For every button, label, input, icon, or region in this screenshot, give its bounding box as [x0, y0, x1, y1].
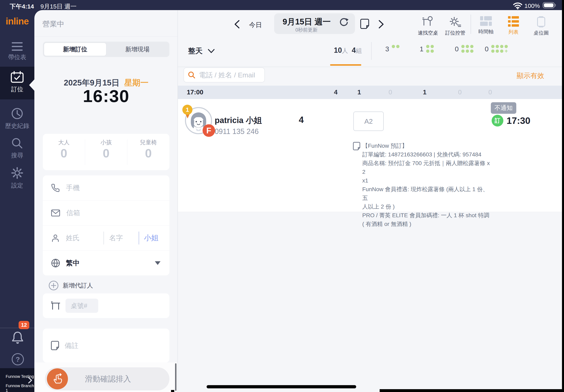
- table-number-field[interactable]: [66, 299, 98, 313]
- screen-edge-right: [562, 0, 564, 392]
- note-icon: [51, 341, 59, 350]
- slide-confirm-label: 滑動確認排入: [85, 367, 131, 390]
- language-value: 繁中: [66, 258, 80, 268]
- note-line: 訂單編號: 14872163266603 | 兌換代碼: 957484: [362, 150, 494, 159]
- note-input[interactable]: [64, 341, 150, 350]
- reservation-note: 【FunNow 預訂】 訂單編號: 14872163266603 | 兌換代碼:…: [362, 141, 494, 228]
- lastname-input[interactable]: [66, 234, 99, 242]
- view-label: 訂位控管: [442, 29, 468, 36]
- help-glyph: ?: [16, 355, 20, 363]
- prev-day-button[interactable]: [234, 20, 240, 29]
- time-range-label: 整天: [188, 46, 203, 56]
- notification-bell-icon[interactable]: [11, 331, 24, 344]
- business-status: 營業中: [42, 19, 64, 29]
- sidebar-label: 帶位表: [0, 53, 34, 61]
- highchair-counter[interactable]: 兒童椅 0: [127, 139, 169, 160]
- table-icon: [51, 301, 60, 310]
- phone-input[interactable]: [66, 184, 155, 192]
- show-valid-toggle[interactable]: 顯示有效: [517, 71, 544, 81]
- timeline-view-button[interactable]: 時間軸: [473, 16, 499, 35]
- sidebar-label: 歷史紀錄: [0, 122, 34, 130]
- seat-dots: [392, 45, 399, 48]
- sidebar-item-search[interactable]: 搜尋: [0, 134, 34, 160]
- list-view-icon: [508, 16, 519, 27]
- gear-icon: [11, 167, 23, 179]
- app-screen: 下午4:14 9月15日 週一 100% inline 帶位表 訂位: [0, 0, 564, 392]
- table-number-card: [43, 293, 169, 318]
- branch-switcher[interactable]: Funnow Testing Funnow Branch 1: [0, 368, 34, 392]
- scrollbar-thumb[interactable]: [175, 363, 176, 391]
- divider: [139, 231, 139, 244]
- time-range-dropdown[interactable]: 整天: [188, 46, 215, 56]
- slot-count: 1: [423, 89, 426, 96]
- refresh-icon[interactable]: [339, 18, 349, 27]
- adults-counter[interactable]: 大人 0: [43, 139, 85, 160]
- tab-add-reservation[interactable]: 新增訂位: [44, 43, 106, 56]
- chevron-right-icon: [28, 377, 32, 383]
- add-agent-button[interactable]: 新增代訂人: [49, 281, 93, 291]
- table-number-input[interactable]: [70, 302, 93, 310]
- adults-label: 大人: [43, 139, 85, 146]
- note-line: 人以上 2 份 ): [362, 202, 494, 211]
- screen-edge-bottom: [380, 389, 564, 392]
- note-line: ( 有酒精 or 無酒精 ): [362, 220, 494, 228]
- highchair-label: 兒童椅: [127, 139, 169, 146]
- clock-icon: [11, 108, 23, 120]
- sidebar-item-seating[interactable]: 帶位表: [0, 40, 34, 66]
- stat-4-seats[interactable]: 1: [420, 45, 434, 53]
- day-note-icon[interactable]: [360, 19, 369, 29]
- view-label: 速找空桌: [415, 29, 441, 36]
- visit-count-badge: 1: [182, 105, 192, 115]
- list-view-button[interactable]: 列表: [500, 16, 527, 35]
- plus-glyph: +: [505, 50, 508, 53]
- kids-counter[interactable]: 小孩 0: [85, 139, 127, 160]
- find-table-button[interactable]: 速找空桌: [415, 16, 441, 36]
- today-button[interactable]: 今日: [249, 21, 262, 29]
- kids-value: 0: [85, 146, 127, 160]
- timeline-icon: [480, 16, 492, 26]
- note-line: x1: [362, 176, 494, 185]
- sidebar-item-history[interactable]: 歷史紀錄: [0, 104, 34, 130]
- email-row: [43, 201, 169, 226]
- sidebar-label: 設定: [0, 181, 34, 190]
- plus-circle-icon: [49, 281, 59, 291]
- mail-icon: [51, 209, 60, 217]
- guest-search-field[interactable]: [183, 68, 265, 82]
- slide-confirm-handle[interactable]: [47, 368, 68, 389]
- group-unit: 組: [356, 47, 362, 54]
- next-day-button[interactable]: [379, 20, 384, 29]
- language-row[interactable]: 繁中: [43, 251, 169, 275]
- help-button[interactable]: ?: [12, 353, 24, 365]
- seat-dots: [426, 45, 434, 53]
- reservation-row[interactable]: 1 F patricia 小姐 0911 135 246 4 A2 不通知 訂 …: [178, 99, 562, 212]
- stat-8plus-seats[interactable]: 0 +: [485, 45, 508, 53]
- branch-name: Funnow Branch 1: [6, 383, 34, 392]
- chevron-down-icon: [208, 49, 215, 53]
- reservation-control-button[interactable]: 訂位控管: [442, 16, 468, 36]
- header-divider: [34, 36, 178, 37]
- floor-map-button[interactable]: 桌位圖: [528, 16, 554, 36]
- divider: [103, 231, 104, 244]
- firstname-input[interactable]: [109, 234, 134, 242]
- tab-all-reservations[interactable]: 10人 4組: [328, 46, 362, 55]
- stat-2-seats[interactable]: 3: [385, 45, 399, 53]
- note-line: 【FunNow 預訂】: [362, 141, 494, 150]
- selected-time[interactable]: 16:30: [34, 86, 178, 106]
- notification-badge: 12: [19, 321, 29, 329]
- date-picker-button[interactable]: 9月15日 週一 0秒前更新: [274, 13, 355, 34]
- seating-list-icon: [12, 42, 23, 51]
- row-divider: [178, 67, 562, 67]
- sidebar-item-settings[interactable]: 設定: [0, 163, 34, 190]
- honorific-select[interactable]: 小姐: [144, 233, 158, 243]
- guest-search-input[interactable]: [198, 71, 256, 79]
- globe-icon: [51, 258, 60, 268]
- slot-count: 0: [458, 89, 462, 96]
- home-indicator[interactable]: [207, 385, 356, 388]
- view-label: 桌位圖: [528, 29, 554, 36]
- table-assignment-badge[interactable]: A2: [353, 111, 384, 131]
- stats-divider: [371, 42, 372, 60]
- tab-add-walkin[interactable]: 新增現場: [106, 43, 169, 56]
- reservation-time: 17:30: [507, 115, 530, 126]
- email-input[interactable]: [66, 209, 156, 217]
- stat-6-seats[interactable]: 0: [455, 45, 473, 53]
